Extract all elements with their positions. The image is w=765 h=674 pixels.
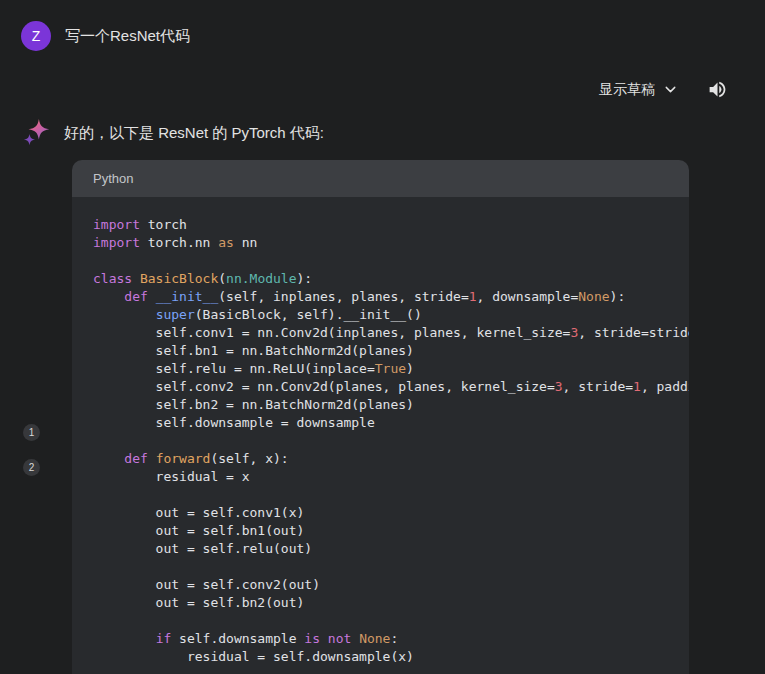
speaker-button[interactable] [707,79,728,100]
code-line: out = self.relu(out) [93,540,689,558]
show-drafts-button[interactable]: 显示草稿 [599,81,679,99]
code-block: Python import torchimport torch.nn as nn… [72,160,689,674]
code-line: out = self.bn2(out) [93,594,689,612]
assistant-response-content: 好的，以下是 ResNet 的 PyTorch 代码: Python impor… [64,116,765,674]
code-line [93,432,689,450]
code-line: out = self.bn1(out) [93,522,689,540]
show-drafts-label: 显示草稿 [599,81,655,99]
code-line: self.relu = nn.ReLU(inplace=True) [93,360,689,378]
code-line [93,486,689,504]
code-line: out = self.conv2(out) [93,576,689,594]
response-controls-row: 显示草稿 [0,51,765,100]
code-block-header: Python [72,160,689,197]
assistant-intro-text: 好的，以下是 ResNet 的 PyTorch 代码: [64,123,765,143]
code-line: out = self.conv1(x) [93,504,689,522]
code-content: import torchimport torch.nn as nn class … [72,197,689,674]
assistant-response-row: 好的，以下是 ResNet 的 PyTorch 代码: Python impor… [0,100,765,674]
code-line: if self.downsample is not None: [93,630,689,648]
code-line: import torch [93,216,689,234]
user-message-row: Z 写一个ResNet代码 [0,0,765,51]
code-line [93,558,689,576]
code-line [93,252,689,270]
user-avatar: Z [21,21,51,51]
gemini-sparkle-icon [22,116,52,151]
code-line: def forward(self, x): [93,450,689,468]
chevron-down-icon [662,81,679,98]
user-message-text: 写一个ResNet代码 [65,27,190,46]
code-line: residual = x [93,468,689,486]
annotation-marker-2: 2 [23,459,40,476]
code-line [93,612,689,630]
code-line: def __init__(self, inplanes, planes, str… [93,288,689,306]
annotation-marker-1: 1 [23,424,40,441]
code-line: self.conv2 = nn.Conv2d(planes, planes, k… [93,378,689,396]
code-line: self.conv1 = nn.Conv2d(inplanes, planes,… [93,324,689,342]
volume-up-icon [707,79,728,100]
gemini-chat-page: { "conversation": { "user_message": "写一个… [0,0,765,674]
code-line: self.bn1 = nn.BatchNorm2d(planes) [93,342,689,360]
code-line: self.bn2 = nn.BatchNorm2d(planes) [93,396,689,414]
code-line: super(BasicBlock, self).__init__() [93,306,689,324]
code-language-label: Python [93,171,133,186]
code-line: class BasicBlock(nn.Module): [93,270,689,288]
code-line: self.downsample = downsample [93,414,689,432]
code-line: import torch.nn as nn [93,234,689,252]
code-line: residual = self.downsample(x) [93,648,689,666]
